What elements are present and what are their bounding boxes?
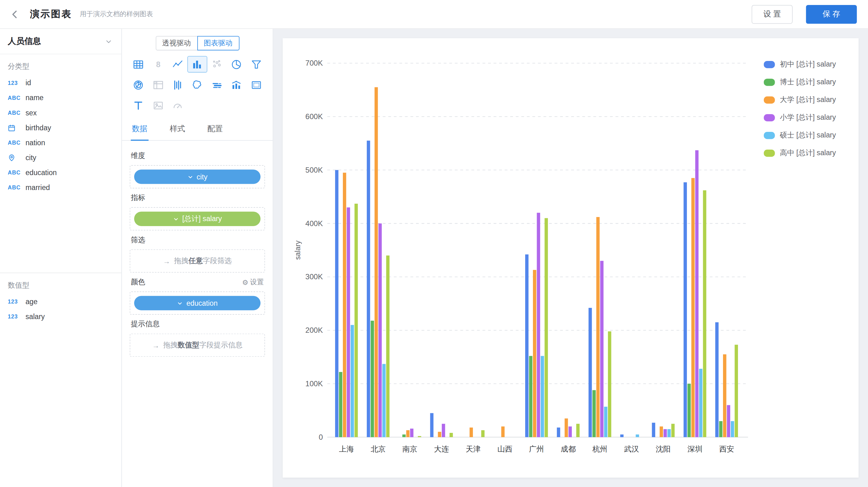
legend-swatch: [764, 61, 775, 68]
field-name: married: [26, 184, 50, 192]
color-settings-button[interactable]: ⚙ 设置: [242, 278, 264, 287]
config-tab-0[interactable]: 数据: [131, 118, 148, 140]
measure-dropzone[interactable]: [总计] salary: [130, 207, 265, 230]
data-config-sections: 维度 city 指标 [总计] salary: [122, 141, 273, 367]
legend-item-高中[interactable]: 高中 [总计] salary: [764, 148, 836, 158]
bar-北京-硕士: [382, 364, 386, 437]
field-group: 分类型123idABCnameABCsexbirthdayABCnationci…: [0, 55, 121, 195]
text-type-icon: ABC: [8, 110, 22, 116]
chart-type-funnel-icon[interactable]: [246, 56, 266, 72]
settings-button[interactable]: 设 置: [752, 5, 793, 24]
bar-天津-大学: [469, 428, 473, 437]
mode-tab-0[interactable]: 透视驱动: [156, 36, 197, 51]
measure-pill-salary[interactable]: [总计] salary: [134, 212, 260, 226]
color-dropzone[interactable]: education: [130, 291, 265, 315]
field-item-birthday[interactable]: birthday: [0, 120, 121, 135]
field-item-age[interactable]: 123age: [0, 294, 121, 309]
bar-南京-小学: [410, 428, 413, 437]
field-name: salary: [26, 313, 45, 321]
dataset-name: 人员信息: [8, 36, 41, 47]
bar-成都-小学: [568, 426, 572, 437]
field-name: age: [26, 298, 38, 306]
axis-labels: 0100K200K300K400K500K600K700Ksalary上海北京南…: [294, 59, 734, 453]
bar-西安-硕士: [731, 421, 734, 437]
legend-item-硕士[interactable]: 硕士 [总计] salary: [764, 130, 836, 140]
filter-dropzone[interactable]: → 拖拽任意字段筛选: [130, 250, 265, 273]
chart-type-bar-icon[interactable]: [188, 56, 207, 72]
bar-广州-大学: [533, 270, 536, 437]
legend-item-博士[interactable]: 博士 [总计] salary: [764, 77, 836, 87]
bars-group[interactable]: [335, 87, 738, 437]
bar-深圳-大学: [691, 178, 695, 437]
bar-杭州-初中: [589, 308, 592, 437]
fields-panel: 人员信息 分类型123idABCnameABCsexbirthdayABCnat…: [0, 29, 122, 487]
field-item-salary[interactable]: 123salary: [0, 309, 121, 324]
chevron-left-icon: [9, 9, 21, 20]
chart-type-line-icon[interactable]: [168, 56, 188, 72]
legend-item-小学[interactable]: 小学 [总计] salary: [764, 112, 836, 123]
tooltip-dropzone[interactable]: → 拖拽数值型字段提示信息: [130, 334, 265, 357]
filter-placeholder: → 拖拽任意字段筛选: [163, 256, 232, 266]
color-label: 颜色: [131, 277, 145, 287]
chart-type-china-map-icon[interactable]: [188, 76, 207, 93]
bar-沈阳-硕士: [667, 429, 671, 437]
text-type-icon: ABC: [8, 169, 22, 176]
chevron-down-icon: [105, 37, 113, 45]
bar-沈阳-高中: [671, 424, 675, 437]
svg-text:沈阳: 沈阳: [656, 445, 671, 453]
chart-type-table-icon[interactable]: [128, 56, 148, 72]
chart-type-word-cloud-icon[interactable]: [207, 76, 227, 93]
dataset-selector[interactable]: 人员信息: [0, 29, 121, 55]
config-tab-1[interactable]: 样式: [168, 118, 186, 140]
mode-tab-1[interactable]: 图表驱动: [197, 36, 239, 51]
field-item-id[interactable]: 123id: [0, 75, 121, 90]
page-subtitle: 用于演示文档的样例图表: [80, 9, 153, 19]
bar-成都-大学: [565, 419, 568, 437]
svg-text:salary: salary: [294, 240, 302, 260]
svg-text:200K: 200K: [306, 326, 323, 334]
back-button[interactable]: [6, 5, 25, 24]
svg-text:100K: 100K: [306, 380, 323, 388]
field-name: city: [26, 154, 36, 162]
legend-item-大学[interactable]: 大学 [总计] salary: [764, 95, 836, 105]
field-item-education[interactable]: ABCeducation: [0, 165, 121, 180]
legend-swatch: [764, 96, 775, 103]
config-panel: 透视驱动图表驱动 8 数据样式配置 维度 city 指标: [122, 29, 273, 487]
chart-type-radar-icon[interactable]: [128, 76, 148, 93]
color-pill-education[interactable]: education: [134, 296, 260, 310]
dimension-dropzone[interactable]: city: [130, 165, 265, 189]
legend-item-初中[interactable]: 初中 [总计] salary: [764, 59, 836, 69]
bar-上海-博士: [339, 372, 343, 437]
bar-大连-高中: [450, 433, 453, 437]
chart-type-candlestick-icon[interactable]: [168, 76, 188, 93]
bar-沈阳-小学: [663, 429, 667, 437]
dimension-pill-city[interactable]: city: [134, 169, 260, 184]
chart-type-combo-icon[interactable]: [227, 76, 246, 93]
field-item-married[interactable]: ABCmarried: [0, 180, 121, 195]
numeric-type-icon: 123: [8, 298, 22, 305]
field-item-nation[interactable]: ABCnation: [0, 135, 121, 150]
dimension-label: 维度: [131, 151, 264, 161]
svg-text:杭州: 杭州: [592, 445, 607, 453]
gear-icon: ⚙: [242, 278, 248, 286]
bar-上海-大学: [343, 172, 346, 437]
bar-武汉-初中: [620, 434, 624, 437]
chart-type-pie-icon[interactable]: [227, 56, 246, 72]
bar-深圳-初中: [683, 182, 687, 437]
field-item-sex[interactable]: ABCsex: [0, 105, 121, 120]
svg-text:400K: 400K: [306, 219, 323, 228]
field-item-name[interactable]: ABCname: [0, 90, 121, 105]
field-item-city[interactable]: city: [0, 150, 121, 165]
bar-北京-大学: [375, 87, 378, 437]
chart-type-frame-icon[interactable]: [246, 76, 266, 93]
save-button[interactable]: 保 存: [806, 5, 857, 24]
bar-天津-高中: [481, 430, 485, 437]
svg-text:山西: 山西: [497, 445, 513, 453]
bar-南京-大学: [406, 430, 410, 437]
config-tab-2[interactable]: 配置: [206, 118, 224, 140]
bar-北京-小学: [378, 223, 382, 437]
text-type-icon: ABC: [8, 185, 22, 191]
header: 演示图表 用于演示文档的样例图表 设 置 保 存: [0, 0, 868, 29]
chart-type-text-icon[interactable]: [128, 97, 148, 113]
numeric-type-icon: 123: [8, 314, 22, 320]
